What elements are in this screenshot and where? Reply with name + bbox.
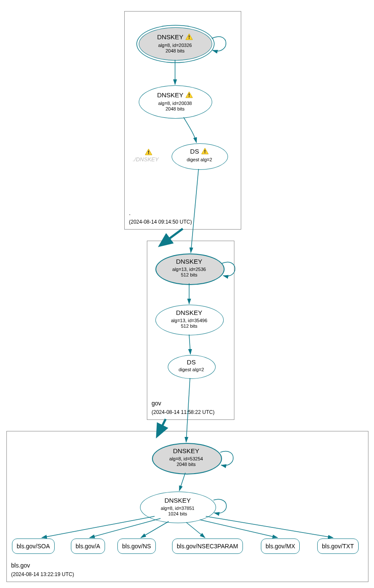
root-ds-node: DS digest alg=2 bbox=[172, 143, 227, 169]
zone-bls-timestamp: (2024-08-14 13:22:19 UTC) bbox=[11, 571, 74, 577]
root-ksk-node: DNSKEY alg=8, id=20326 2048 bits bbox=[139, 27, 211, 60]
zone-root-name: . bbox=[129, 210, 131, 216]
bls-ksk-node: DNSKEY alg=8, id=53254 2048 bits bbox=[152, 443, 220, 473]
warning-icon bbox=[145, 148, 152, 155]
root-zsk-node: DNSKEY alg=8, id=20038 2048 bits bbox=[139, 85, 211, 118]
rrset-ns: bls.gov/NS bbox=[117, 539, 156, 554]
gov-ksk-node: DNSKEY alg=13, id=2536 512 bits bbox=[155, 253, 223, 283]
rrset-a: bls.gov/A bbox=[71, 539, 105, 554]
zone-gov-name: gov bbox=[152, 400, 161, 407]
root-ghost-dnskey: ./DNSKEY bbox=[129, 148, 168, 166]
gov-zsk-node: DNSKEY alg=13, id=35496 512 bits bbox=[155, 305, 223, 335]
rrset-soa: bls.gov/SOA bbox=[12, 539, 55, 554]
rrset-nsec3param: bls.gov/NSEC3PARAM bbox=[172, 539, 243, 554]
zone-bls-name: bls.gov bbox=[11, 562, 30, 569]
zone-root-timestamp: (2024-08-14 09:14:50 UTC) bbox=[129, 219, 192, 225]
rrset-mx: bls.gov/MX bbox=[261, 539, 300, 554]
root-ghost-dnskey-text: ./DNSKEY bbox=[133, 156, 159, 163]
rrset-txt: bls.gov/TXT bbox=[317, 539, 359, 554]
gov-ds-node: DS digest alg=2 bbox=[168, 355, 215, 378]
bls-zsk-node: DNSKEY alg=8, id=37851 1024 bits bbox=[140, 492, 215, 522]
zone-gov-timestamp: (2024-08-14 11:58:22 UTC) bbox=[152, 409, 214, 415]
